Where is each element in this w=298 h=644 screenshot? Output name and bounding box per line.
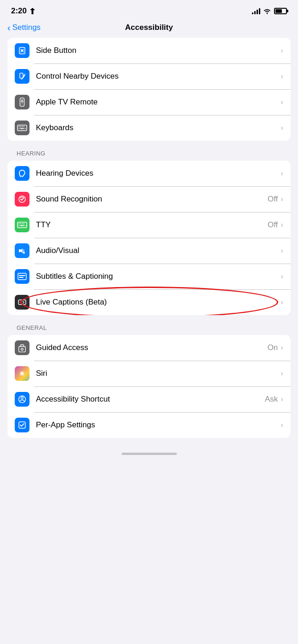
guided-access-value: On: [268, 343, 278, 352]
status-time: 2:20: [11, 6, 35, 16]
battery-icon: [274, 8, 287, 14]
tty-icon: [15, 218, 29, 232]
svg-rect-23: [25, 225, 26, 226]
svg-rect-6: [18, 125, 27, 131]
siri-chevron: ›: [280, 369, 283, 378]
per-app-settings-chevron: ›: [280, 420, 283, 430]
accessibility-shortcut-icon: [15, 392, 29, 407]
subtitles-captioning-icon: [15, 269, 29, 284]
side-button-icon: [15, 43, 29, 58]
guided-access-chevron: ›: [280, 343, 283, 352]
svg-rect-26: [18, 273, 26, 280]
wifi-icon: [263, 8, 271, 14]
general-section: GENERAL Guided Access On › Siri: [0, 324, 298, 438]
siri-label: Siri: [36, 369, 280, 378]
back-button[interactable]: ‹ Settings: [7, 23, 41, 33]
keyboards-label: Keyboards: [36, 123, 280, 132]
accessibility-shortcut-value: Ask: [265, 395, 278, 404]
tty-row[interactable]: TTY Off ›: [7, 212, 291, 238]
svg-rect-17: [19, 224, 20, 224]
side-button-row[interactable]: Side Button ›: [7, 38, 291, 63]
general-section-label: GENERAL: [0, 324, 298, 331]
sound-recognition-label: Sound Recognition: [36, 195, 268, 204]
subtitles-captioning-row[interactable]: Subtitles & Captioning ›: [7, 264, 291, 289]
home-indicator: [0, 447, 298, 459]
apple-tv-remote-label: Apple TV Remote: [36, 98, 280, 107]
nav-bar: ‹ Settings Accessibility: [0, 19, 298, 38]
audio-visual-icon: [15, 243, 29, 258]
svg-rect-21: [19, 225, 20, 226]
back-label: Settings: [12, 23, 41, 32]
hearing-devices-row[interactable]: Hearing Devices ›: [7, 161, 291, 186]
svg-rect-16: [18, 222, 27, 228]
svg-rect-22: [20, 225, 24, 226]
live-captions-chevron: ›: [280, 298, 283, 307]
side-button-label: Side Button: [36, 46, 280, 55]
hearing-devices-chevron: ›: [280, 169, 283, 178]
general-card: Guided Access On › Siri › Acc: [7, 335, 291, 438]
svg-point-4: [21, 100, 23, 102]
svg-rect-19: [22, 224, 23, 224]
siri-icon: [15, 366, 29, 381]
sound-recognition-chevron: ›: [280, 195, 283, 204]
guided-access-row[interactable]: Guided Access On ›: [7, 335, 291, 361]
control-nearby-devices-label: Control Nearby Devices: [36, 72, 280, 81]
hearing-devices-label: Hearing Devices: [36, 169, 280, 178]
control-nearby-devices-row[interactable]: Control Nearby Devices ›: [7, 63, 291, 89]
page-title: Accessibility: [125, 23, 173, 32]
control-nearby-devices-icon: [15, 69, 29, 84]
sound-recognition-value: Off: [268, 195, 278, 204]
live-captions-icon: [15, 295, 29, 310]
svg-rect-20: [23, 224, 24, 224]
subtitles-captioning-chevron: ›: [280, 272, 283, 281]
svg-point-5: [22, 104, 23, 104]
svg-point-31: [21, 348, 23, 351]
home-bar: [122, 453, 177, 455]
status-bar: 2:20: [0, 0, 298, 19]
keyboards-row[interactable]: Keyboards ›: [7, 115, 291, 141]
svg-rect-9: [22, 126, 23, 127]
interaction-card: Side Button › Control Nearby Devices ›: [7, 38, 291, 141]
svg-point-33: [21, 372, 23, 375]
apple-tv-remote-row[interactable]: Apple TV Remote ›: [7, 89, 291, 115]
control-nearby-devices-chevron: ›: [280, 72, 283, 81]
hearing-card: Hearing Devices › Sound Recognition Off …: [7, 161, 291, 315]
svg-point-35: [21, 397, 23, 399]
tty-chevron: ›: [280, 220, 283, 230]
audio-visual-label: Audio/Visual: [36, 246, 280, 255]
svg-rect-13: [25, 128, 26, 129]
svg-rect-8: [20, 126, 21, 127]
hearing-section: HEARING Hearing Devices › Sound: [0, 150, 298, 315]
svg-rect-12: [20, 128, 24, 129]
svg-rect-18: [20, 224, 21, 224]
keyboards-chevron: ›: [280, 123, 283, 132]
side-button-chevron: ›: [280, 46, 283, 55]
per-app-settings-label: Per-App Settings: [36, 420, 280, 430]
sound-recognition-row[interactable]: Sound Recognition Off ›: [7, 186, 291, 212]
guided-access-label: Guided Access: [36, 343, 268, 352]
signal-strength-icon: [252, 8, 260, 14]
svg-rect-24: [19, 249, 21, 252]
svg-rect-30: [19, 346, 26, 352]
svg-rect-28: [19, 277, 23, 278]
status-icons: [252, 8, 287, 14]
accessibility-shortcut-chevron: ›: [280, 395, 283, 404]
location-icon: [30, 8, 35, 14]
per-app-settings-row[interactable]: Per-App Settings ›: [7, 412, 291, 438]
svg-rect-7: [19, 126, 20, 127]
tty-label: TTY: [36, 220, 268, 230]
apple-tv-remote-chevron: ›: [280, 98, 283, 107]
svg-point-14: [21, 176, 22, 177]
siri-row[interactable]: Siri ›: [7, 361, 291, 386]
svg-rect-27: [19, 275, 25, 276]
live-captions-row[interactable]: Live Captions (Beta) ›: [7, 289, 291, 315]
tty-value: Off: [268, 220, 278, 230]
audio-visual-row[interactable]: Audio/Visual ›: [7, 238, 291, 264]
sound-recognition-icon: [15, 192, 29, 207]
svg-rect-3: [21, 99, 23, 100]
svg-rect-10: [23, 126, 24, 127]
per-app-settings-icon: [15, 418, 29, 432]
accessibility-shortcut-label: Accessibility Shortcut: [36, 395, 265, 404]
apple-tv-remote-icon: [15, 95, 29, 109]
accessibility-shortcut-row[interactable]: Accessibility Shortcut Ask ›: [7, 386, 291, 412]
